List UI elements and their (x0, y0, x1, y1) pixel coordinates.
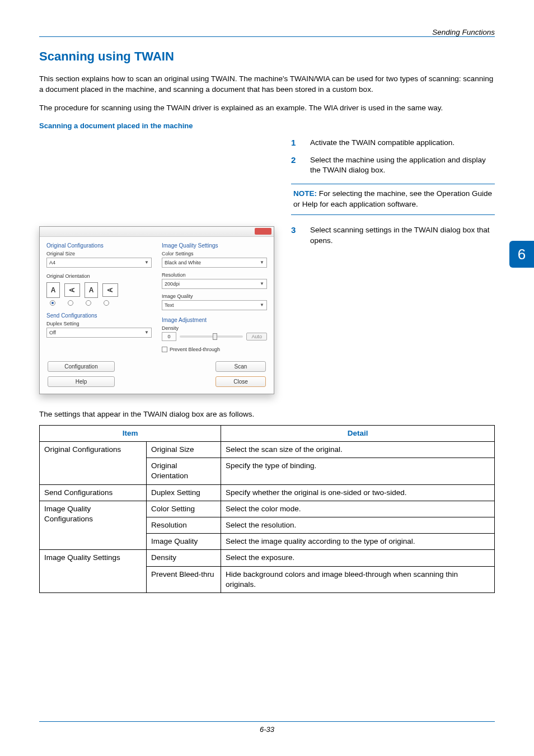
detail-cell: Select the scan size of the original. (221, 441, 495, 458)
item-cell: Resolution (146, 517, 221, 533)
detail-cell: Select the resolution. (221, 517, 495, 533)
step-text: Activate the TWAIN compatible applicatio… (310, 138, 495, 148)
image-adjustment-label: Image Adjustment (162, 317, 267, 323)
group-cell: Send Configurations (40, 484, 147, 501)
radio-option[interactable] (50, 300, 55, 306)
note-text: For selecting the machine, see the Opera… (293, 189, 492, 208)
resolution-select[interactable]: 200dpi▼ (162, 279, 267, 289)
note-box: NOTE: For selecting the machine, see the… (291, 184, 495, 215)
original-configurations-label: Original Configurations (46, 242, 152, 249)
orientation-icon[interactable]: A (102, 283, 118, 297)
group-cell: Image Quality Settings (40, 550, 147, 593)
item-cell: Original Size (146, 441, 221, 458)
duplex-setting-select[interactable]: Off▼ (46, 328, 152, 338)
group-cell: Original Configurations (40, 441, 147, 484)
detail-cell: Specify whether the original is one-side… (221, 484, 495, 501)
th-detail: Detail (221, 425, 495, 441)
detail-cell: Select the exposure. (221, 550, 495, 566)
settings-table: Item Detail Original Configurations Orig… (39, 425, 495, 593)
note-label: NOTE: (293, 189, 317, 198)
table-caption: The settings that appear in the TWAIN di… (39, 410, 495, 418)
auto-button[interactable]: Auto (246, 333, 267, 340)
step-text: Select scanning settings in the TWAIN di… (310, 225, 495, 246)
density-slider[interactable] (180, 335, 243, 338)
radio-option[interactable] (68, 300, 73, 306)
orientation-icon[interactable]: A (64, 283, 80, 297)
item-cell: Color Setting (146, 501, 221, 517)
original-size-select[interactable]: A4▼ (46, 258, 152, 268)
help-button[interactable]: Help (48, 376, 115, 387)
chevron-down-icon: ▼ (260, 260, 264, 265)
intro-paragraph-2: The procedure for scanning using the TWA… (39, 103, 495, 114)
group-cell: Image Quality Configurations (40, 501, 147, 550)
density-value: 0 (162, 332, 176, 341)
prevent-bleed-checkbox[interactable] (162, 347, 167, 352)
chevron-down-icon: ▼ (260, 302, 264, 307)
detail-cell: Select the image quality according to th… (221, 534, 495, 550)
step-number: 3 (291, 225, 301, 246)
slider-thumb[interactable] (213, 333, 217, 340)
intro-paragraph-1: This section explains how to scan an ori… (39, 74, 495, 95)
image-quality-select[interactable]: Text▼ (162, 300, 267, 310)
color-settings-value: Black and White (165, 260, 201, 265)
page-number: 6-33 (39, 721, 495, 734)
subheading: Scanning a document placed in the machin… (39, 122, 495, 130)
scan-button[interactable]: Scan (216, 361, 266, 372)
th-item: Item (40, 425, 221, 441)
send-configurations-label: Send Configurations (46, 312, 152, 319)
item-cell: Duplex Setting (146, 484, 221, 501)
radio-option[interactable] (86, 300, 91, 306)
twain-dialog: Original Configurations Original Size A4… (39, 226, 274, 394)
item-cell: Image Quality (146, 534, 221, 550)
orientation-options: A A A A (46, 282, 152, 298)
detail-cell: Select the color mode. (221, 501, 495, 517)
chevron-down-icon: ▼ (144, 260, 149, 265)
color-settings-select[interactable]: Black and White▼ (162, 258, 267, 268)
image-quality-value: Text (165, 302, 174, 308)
resolution-value: 200dpi (165, 281, 180, 287)
orientation-icon[interactable]: A (85, 282, 98, 298)
original-size-value: A4 (49, 260, 55, 265)
item-cell: Density (146, 550, 221, 566)
orientation-radios (46, 300, 152, 306)
step-2: 2 Select the machine using the applicati… (291, 155, 495, 176)
header-section: Sending Functions (432, 28, 495, 36)
detail-cell: Hide background colors and image bleed-t… (221, 566, 495, 592)
detail-cell: Specify the type of binding. (221, 458, 495, 484)
configuration-button[interactable]: Configuration (48, 361, 115, 372)
header-rule (39, 36, 495, 37)
color-settings-label: Color Settings (162, 251, 267, 256)
image-quality-settings-label: Image Quality Settings (162, 242, 267, 249)
step-1: 1 Activate the TWAIN compatible applicat… (291, 138, 495, 148)
step-number: 2 (291, 155, 301, 176)
prevent-bleed-label: Prevent Bleed-through (170, 347, 220, 352)
dialog-titlebar (40, 227, 274, 237)
resolution-label: Resolution (162, 272, 267, 278)
step-number: 1 (291, 138, 301, 148)
chevron-down-icon: ▼ (260, 281, 264, 286)
chevron-down-icon: ▼ (144, 330, 149, 335)
item-cell: Original Orientation (146, 458, 221, 484)
step-text: Select the machine using the application… (310, 155, 495, 176)
item-cell: Prevent Bleed-thru (146, 566, 221, 592)
step-3: 3 Select scanning settings in the TWAIN … (291, 225, 495, 246)
original-orientation-label: Original Orientation (46, 273, 152, 279)
duplex-setting-value: Off (49, 330, 56, 335)
close-button[interactable]: Close (216, 376, 266, 387)
orientation-icon[interactable]: A (46, 282, 60, 298)
close-icon[interactable] (255, 228, 271, 235)
chapter-tab: 6 (509, 241, 534, 268)
duplex-setting-label: Duplex Setting (46, 321, 152, 326)
original-size-label: Original Size (46, 251, 152, 256)
radio-option[interactable] (104, 300, 109, 306)
page-title: Scanning using TWAIN (39, 49, 495, 64)
image-quality-label: Image Quality (162, 293, 267, 299)
density-label: Density (162, 325, 267, 331)
